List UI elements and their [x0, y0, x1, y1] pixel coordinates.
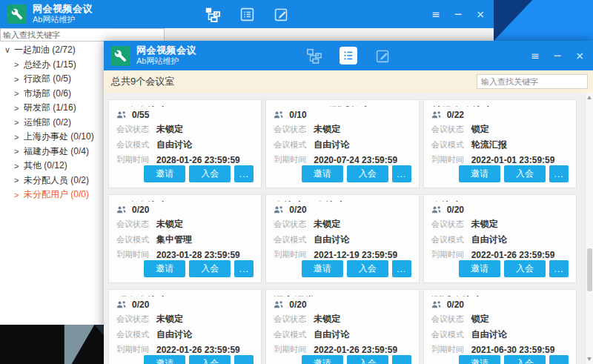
- join-button[interactable]: 入会: [189, 260, 231, 277]
- more-options-button[interactable]: ...: [549, 165, 569, 182]
- occupancy-count: 0/20: [132, 300, 149, 310]
- more-options-button[interactable]: ...: [392, 165, 411, 182]
- mode-value: 自由讨论: [314, 328, 349, 341]
- join-button[interactable]: 入会: [189, 165, 231, 182]
- occupancy-row: 0/20: [116, 205, 254, 215]
- fg-titlebar[interactable]: 网会视频会议 Ab网站维护 ≡ ─ ×: [104, 41, 593, 70]
- invite-button[interactable]: 邀请: [302, 165, 343, 182]
- expire-label: 到期时间: [116, 344, 156, 355]
- status-value: 未锁定: [314, 123, 340, 136]
- bg-app-subtitle: Ab网站维护: [33, 15, 93, 24]
- fg-app-subtitle: Ab网站维护: [136, 56, 196, 66]
- invite-button[interactable]: 邀请: [459, 260, 500, 277]
- room-search-input[interactable]: [477, 74, 588, 89]
- join-button[interactable]: 入会: [347, 355, 388, 364]
- more-options-button[interactable]: ...: [234, 260, 254, 277]
- invite-button[interactable]: 邀请: [459, 165, 500, 182]
- invite-button[interactable]: 邀请: [144, 165, 185, 182]
- status-value: 未锁定: [314, 313, 340, 325]
- more-options-button[interactable]: ...: [392, 355, 411, 364]
- expire-value: 2022-01-01 23:59:59: [471, 155, 555, 165]
- invite-button[interactable]: 邀请: [144, 355, 185, 364]
- minimize-button[interactable]: ─: [551, 50, 563, 61]
- bg-toolbar: [204, 5, 290, 23]
- tree-chevron-icon[interactable]: >: [14, 104, 24, 113]
- mode-value: 自由讨论: [314, 139, 349, 151]
- occupancy-count: 0/20: [447, 205, 464, 215]
- org-chart-icon[interactable]: [305, 47, 323, 64]
- menu-button[interactable]: ≡: [529, 50, 541, 61]
- status-row: 会议状态 锁定: [431, 313, 569, 325]
- expire-label: 到期时间: [274, 344, 314, 355]
- compose-edit-icon[interactable]: [272, 5, 290, 23]
- scroll-down-arrow-icon[interactable]: [587, 357, 592, 361]
- meeting-rooms-window: 网会视频会议 Ab网站维护 ≡ ─ × 总共9个会议室: [104, 41, 593, 364]
- participants-icon: [116, 300, 127, 309]
- vertical-scrollbar[interactable]: [586, 93, 593, 364]
- join-button[interactable]: 入会: [347, 260, 388, 277]
- more-options-button[interactable]: ...: [234, 355, 254, 364]
- meeting-list-icon[interactable]: [238, 5, 256, 23]
- card-actions: 邀请 入会 ...: [274, 260, 411, 277]
- tree-chevron-icon[interactable]: >: [14, 60, 24, 69]
- more-options-button[interactable]: ...: [549, 260, 569, 277]
- join-button[interactable]: 入会: [504, 165, 546, 182]
- participants-icon: [431, 205, 443, 214]
- more-options-button[interactable]: ...: [392, 260, 411, 277]
- tree-chevron-icon[interactable]: >: [14, 89, 24, 98]
- invite-button[interactable]: 邀请: [144, 260, 185, 277]
- close-button[interactable]: ×: [574, 50, 586, 61]
- tree-chevron-icon[interactable]: >: [14, 191, 24, 199]
- close-button[interactable]: ×: [474, 9, 486, 19]
- join-button[interactable]: 入会: [504, 260, 546, 277]
- screen: 网会视频会议 Ab网站维护 ≡ ─ ×: [0, 0, 593, 364]
- more-options-button[interactable]: ...: [549, 355, 569, 364]
- room-name: 研发会议室: [116, 295, 254, 297]
- join-button[interactable]: 入会: [189, 355, 231, 364]
- join-button[interactable]: 入会: [347, 165, 388, 182]
- bg-search-row: [0, 28, 494, 42]
- occupancy-row: 0/20: [274, 205, 411, 215]
- contact-search-input[interactable]: [0, 28, 165, 42]
- invite-button[interactable]: 邀请: [459, 355, 500, 364]
- tree-chevron-icon[interactable]: >: [14, 75, 24, 84]
- mode-row: 会议模式 自由讨论: [274, 328, 411, 341]
- tree-chevron-icon[interactable]: >: [14, 147, 24, 156]
- occupancy-row: 0/10: [274, 110, 411, 120]
- expire-label: 到期时间: [431, 154, 471, 165]
- mode-label: 会议模式: [431, 234, 471, 245]
- meeting-room-card: 行政会议室 0/20 会议状态 未锁定 会议模式 集中管理 到期时间 2023-…: [108, 194, 262, 283]
- invite-button[interactable]: 邀请: [302, 260, 343, 277]
- meeting-list-icon-active[interactable]: [339, 47, 357, 64]
- mode-row: 会议模式 集中管理: [116, 234, 254, 246]
- tree-chevron-icon[interactable]: >: [14, 133, 24, 142]
- more-options-button[interactable]: ...: [234, 165, 254, 182]
- scroll-up-arrow-icon[interactable]: [587, 96, 592, 99]
- minimize-button[interactable]: ─: [452, 9, 464, 19]
- invite-button[interactable]: 邀请: [302, 355, 343, 364]
- app-wrench-icon: [110, 46, 130, 66]
- tree-chevron-icon[interactable]: >: [14, 162, 24, 171]
- join-button[interactable]: 入会: [504, 355, 546, 364]
- room-count-text: 总共9个会议室: [111, 75, 174, 88]
- meeting-room-card: 例会会议室 0/55 会议状态 未锁定 会议模式 自由讨论 到期时间 2028-…: [108, 99, 262, 188]
- scrollbar-thumb[interactable]: [587, 248, 592, 291]
- meeting-room-card: Test Room 测试教室 0/10 会议状态 未锁定 会议模式 自由讨论 到…: [265, 99, 419, 188]
- expire-label: 到期时间: [431, 344, 471, 355]
- room-name: 例会会议室: [116, 105, 254, 107]
- expire-row: 到期时间 2022-01-01 23:59:59: [431, 154, 569, 165]
- org-chart-icon[interactable]: [204, 5, 222, 23]
- room-name: Test Room 测试教室: [274, 105, 411, 107]
- tree-chevron-icon[interactable]: ∨: [4, 45, 14, 55]
- menu-button[interactable]: ≡: [430, 9, 442, 19]
- bg-titlebar[interactable]: 网会视频会议 Ab网站维护 ≡ ─ ×: [0, 0, 494, 28]
- expire-value: 2023-01-28 23:59:59: [156, 250, 240, 260]
- expire-value: 2022-01-26 23:59:59: [471, 250, 555, 260]
- tree-item-label: 运维部 (0/2): [24, 116, 71, 129]
- compose-edit-icon[interactable]: [374, 47, 391, 64]
- tree-chevron-icon[interactable]: >: [14, 118, 24, 127]
- mode-label: 会议模式: [116, 329, 156, 340]
- tree-item-label: 总经办 (1/15): [24, 59, 76, 71]
- tree-chevron-icon[interactable]: >: [14, 176, 24, 185]
- status-row: 会议状态 未锁定: [431, 218, 569, 231]
